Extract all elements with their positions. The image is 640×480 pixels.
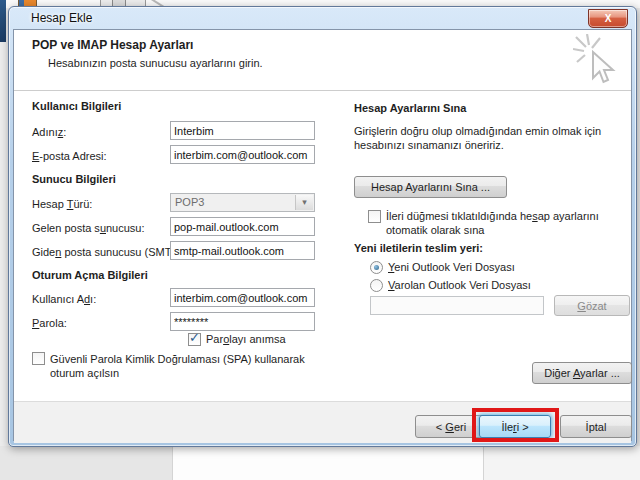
background-pane-center <box>172 446 484 480</box>
click-cursor-icon <box>573 34 621 88</box>
page-subtitle: Hesabınızın posta sunucusu ayarlarını gi… <box>48 57 263 69</box>
auto-test-label[interactable]: İleri düğmesi tıklatıldığında hesap ayar… <box>386 209 638 238</box>
dialog-titlebar[interactable]: Hesap Ekle X <box>9 7 636 29</box>
cancel-button[interactable]: İptal <box>560 415 632 438</box>
email-label: E-posta Adresi: <box>32 150 107 162</box>
section-delivery: Yeni iletilerin teslim yeri: <box>354 242 483 254</box>
browse-button: Gözat <box>554 295 630 316</box>
section-logon-info: Oturum Açma Bilgileri <box>32 269 148 281</box>
password-input[interactable] <box>170 312 315 331</box>
close-button[interactable]: X <box>588 9 628 28</box>
page-title: POP ve IMAP Hesap Ayarları <box>32 38 193 52</box>
existing-data-file-radio[interactable] <box>370 279 383 292</box>
test-description: Girişlerin doğru olup olmadığından emin … <box>354 124 628 153</box>
background-navy-strip <box>0 0 6 42</box>
existing-data-file-label[interactable]: Varolan Outlook Veri Dosyası <box>388 279 531 291</box>
annotation-highlight-box <box>472 408 559 442</box>
data-file-path-input <box>370 296 544 315</box>
password-label: Parola: <box>32 317 67 329</box>
section-test-settings: Hesap Ayarlarını Sına <box>354 102 466 114</box>
remember-password-checkbox[interactable]: ✓ <box>188 333 201 346</box>
name-input[interactable] <box>170 121 315 140</box>
wizard-header: POP ve IMAP Hesap Ayarları Hesabınızın p… <box>14 30 631 91</box>
new-data-file-label[interactable]: Yeni Outlook Veri Dosyası <box>388 261 515 273</box>
radio-dot-icon <box>374 265 379 270</box>
auto-test-checkbox[interactable]: ✓ <box>368 210 381 223</box>
spa-label[interactable]: Güvenli Parola Kimlik Doğrulaması (SPA) … <box>50 352 342 381</box>
test-account-settings-button[interactable]: Hesap Ayarlarını Sına ... <box>354 176 507 198</box>
section-server-info: Sunucu Bilgileri <box>32 173 116 185</box>
account-type-value: POP3 <box>175 196 204 208</box>
name-label: Adınız: <box>32 126 66 138</box>
add-account-dialog: Hesap Ekle X POP ve IMAP Hesap Ayarları … <box>8 6 637 447</box>
background-pane-right <box>484 446 640 480</box>
email-input[interactable] <box>170 145 315 164</box>
dialog-title: Hesap Ekle <box>31 11 92 25</box>
close-icon: X <box>605 13 612 24</box>
outgoing-server-input[interactable] <box>170 241 315 260</box>
chevron-down-icon: ▾ <box>295 195 313 210</box>
account-type-label: Hesap Türü: <box>32 198 92 210</box>
outgoing-server-label: Giden posta sunucusu (SMTP): <box>32 246 185 258</box>
new-data-file-radio[interactable] <box>370 261 383 274</box>
spa-checkbox[interactable]: ✓ <box>32 352 45 365</box>
dialog-body: POP ve IMAP Hesap Ayarları Hesabınızın p… <box>13 29 632 441</box>
section-user-info: Kullanıcı Bilgileri <box>32 100 121 112</box>
incoming-server-label: Gelen posta sunucusu: <box>32 222 145 234</box>
more-settings-button[interactable]: Diğer Ayarlar ... <box>532 362 632 384</box>
username-label: Kullanıcı Adı: <box>32 293 96 305</box>
background-pane-left <box>0 446 172 480</box>
remember-password-label[interactable]: Parolayı anımsa <box>206 333 286 345</box>
username-input[interactable] <box>170 288 315 307</box>
account-type-dropdown: POP3 ▾ <box>170 193 315 212</box>
incoming-server-input[interactable] <box>170 217 315 236</box>
check-icon: ✓ <box>189 330 200 345</box>
